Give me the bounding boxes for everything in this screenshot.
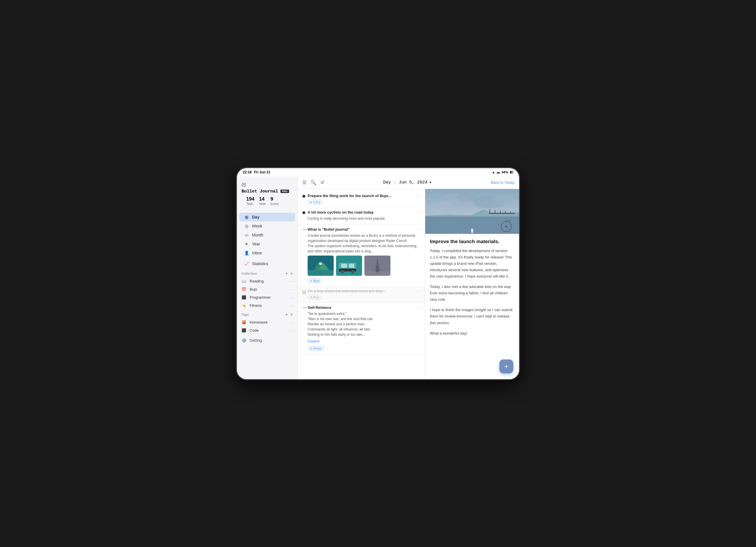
homework-icon: 🍑 <box>242 320 247 324</box>
sidebar-item-inbox[interactable]: 👤 Inbox <box>239 249 295 257</box>
homework-actions: ··· <box>290 320 295 325</box>
collection-item-label: Reading <box>250 279 288 283</box>
collection-item-label: Bujo <box>250 287 288 291</box>
svg-rect-33 <box>425 221 483 221</box>
chevron-down-icon: ▾ <box>429 180 432 185</box>
svg-point-20 <box>456 193 476 202</box>
tag-list-icon: ≡ <box>310 200 312 204</box>
bujo-dots[interactable]: ··· <box>288 287 293 292</box>
svg-rect-26 <box>489 213 515 214</box>
homework-dots[interactable]: ··· <box>290 320 295 325</box>
tag-item-homework[interactable]: 🍑 Homework ··· <box>237 318 297 326</box>
svg-rect-32 <box>425 218 519 219</box>
programmer-icon: ⬛ <box>242 295 247 299</box>
svg-point-4 <box>319 262 322 265</box>
entry-more-button[interactable]: ··· <box>417 210 420 215</box>
back-to-today-button[interactable]: Back to Today <box>491 180 514 185</box>
day-icon: ◎ <box>244 215 249 220</box>
sidebar-item-month[interactable]: ▭ Month <box>239 231 295 239</box>
sidebar-item-day[interactable]: ◎ Day <box>239 213 295 222</box>
reading-dots[interactable]: ··· <box>288 279 293 283</box>
date-display: Fri Jun 21 <box>254 170 271 174</box>
image-taxi[interactable] <box>336 256 362 276</box>
entry-tag[interactable]: ≡ 1.0.x <box>308 200 323 205</box>
status-left: 22:18 Fri Jun 21 <box>243 170 270 174</box>
entry-tag[interactable]: ≡ Bujo <box>308 278 322 283</box>
date-title[interactable]: Day · Jun 5, 2024 ▾ <box>328 180 487 185</box>
svg-rect-30 <box>505 211 506 213</box>
tag-list-icon: ≡ <box>310 347 312 350</box>
tags-add-icon[interactable]: + <box>285 312 288 317</box>
table-row: A lot more cyclists on the road today ··… <box>298 208 425 225</box>
svg-rect-29 <box>500 211 501 213</box>
status-right: ▲ ▬ 94% ▮▯ <box>492 170 513 174</box>
tag-item-label: Homework <box>250 320 290 324</box>
entry-body: A bullet journal (sometimes known as a B… <box>308 233 420 254</box>
programmer-dots[interactable]: ··· <box>290 295 295 300</box>
entry-title: What is "Bullet journal" <box>308 227 414 232</box>
sidebar-item-statistics[interactable]: 📈 Statistics <box>239 259 295 268</box>
sidebar-item-year[interactable]: ✳ Year <box>239 240 295 248</box>
collection-item-label: Programmer <box>250 295 290 299</box>
collection-item-fitness[interactable]: 🤸 Fitness ··· <box>237 301 297 310</box>
toolbar: ☰ 🔍 ↺ Day · Jun 5, 2024 ▾ Back to Today <box>298 176 519 189</box>
entry-more-button[interactable]: ··· <box>417 194 420 198</box>
collection-item-programmer[interactable]: ⬛ Programmer ··· <box>237 293 297 301</box>
bujo-actions: ··· › <box>288 287 295 292</box>
sidebar-item-week[interactable]: ◷ Week <box>239 222 295 231</box>
dash-icon: — <box>302 227 305 230</box>
image-ocean[interactable] <box>308 256 334 276</box>
fab-button[interactable]: + <box>499 359 513 373</box>
sidebar-header: ⊟ Bullet Journal PRO 194 Task 14 Note <box>237 180 297 211</box>
tag-item-code[interactable]: ⬛ Code ··· › <box>237 326 297 334</box>
tags-header-actions: + ∨ <box>285 312 293 317</box>
expand-link[interactable]: Expand <box>308 339 319 343</box>
status-bar: 22:18 Fri Jun 21 ▲ ▬ 94% ▮▯ <box>237 168 519 176</box>
collection-item-bujo[interactable]: 💯 Bujo ··· › <box>237 285 297 293</box>
detail-image <box>425 189 519 234</box>
entry-more-button[interactable]: ··· <box>417 305 420 310</box>
svg-point-22 <box>492 195 515 205</box>
table-row: — What is "Bullet journal" ··· A bullet … <box>298 225 425 286</box>
image-eiffel[interactable] <box>364 256 390 276</box>
statistics-icon: 📈 <box>244 262 249 266</box>
fitness-dots[interactable]: ··· <box>290 303 295 308</box>
collection-item-label: Fitness <box>250 303 290 308</box>
entry-tag[interactable]: # Bug <box>308 294 322 300</box>
svg-rect-10 <box>341 264 347 268</box>
sidebar-item-setting[interactable]: ⚙️ Setting <box>237 336 297 345</box>
search-icon[interactable]: 🔍 <box>311 180 316 185</box>
tags-collapse-icon[interactable]: ∨ <box>290 312 293 316</box>
sidebar-item-label: Inbox <box>252 251 262 255</box>
detail-title: Improve the launch materials. <box>430 239 514 245</box>
entry-body: "Ne te quaesiveris extra." "Man is his o… <box>308 311 420 337</box>
entry-more-button[interactable]: ··· <box>417 289 420 293</box>
entry-more-button[interactable]: ··· <box>417 227 420 232</box>
svg-rect-27 <box>490 209 490 213</box>
fitness-icon: 🤸 <box>242 303 247 308</box>
collection-item-reading[interactable]: 📖 Reading ··· › <box>237 277 297 285</box>
main-content: ☰ 🔍 ↺ Day · Jun 5, 2024 ▾ Back to Today <box>298 176 519 380</box>
task-stat: 194 Task <box>246 196 254 206</box>
code-dots[interactable]: ··· <box>288 328 293 333</box>
table-row: Fix a bug where the sidemenu icons are d… <box>298 286 425 303</box>
bujo-icon: 💯 <box>242 287 247 291</box>
collection-add-icon[interactable]: + <box>285 271 288 276</box>
collection-header-actions: + ∨ <box>285 271 293 276</box>
sidebar-toggle-icon[interactable]: ⊟ <box>242 182 246 188</box>
reading-icon: 📖 <box>242 279 247 283</box>
svg-point-37 <box>471 231 473 233</box>
menu-icon[interactable]: ☰ <box>302 180 306 185</box>
inbox-icon: 👤 <box>244 251 249 255</box>
detail-paragraph-3: I hope to finish the images tonight so I… <box>430 307 514 326</box>
event-stat: 9 Event <box>271 196 279 206</box>
signal-icon: ▬ <box>497 171 500 174</box>
year-icon: ✳ <box>244 242 249 246</box>
table-row: — Self-Reliance ··· "Ne te quaesiveris e… <box>298 303 425 354</box>
app-container: ⊟ Bullet Journal PRO 194 Task 14 Note <box>237 176 519 380</box>
detail-panel: Improve the launch materials. Today, I c… <box>425 189 519 380</box>
collection-collapse-icon[interactable]: ∨ <box>290 272 293 275</box>
refresh-icon[interactable]: ↺ <box>320 180 324 185</box>
entry-tag[interactable]: ≡ Prose <box>308 346 324 351</box>
reading-chevron: › <box>294 279 295 283</box>
